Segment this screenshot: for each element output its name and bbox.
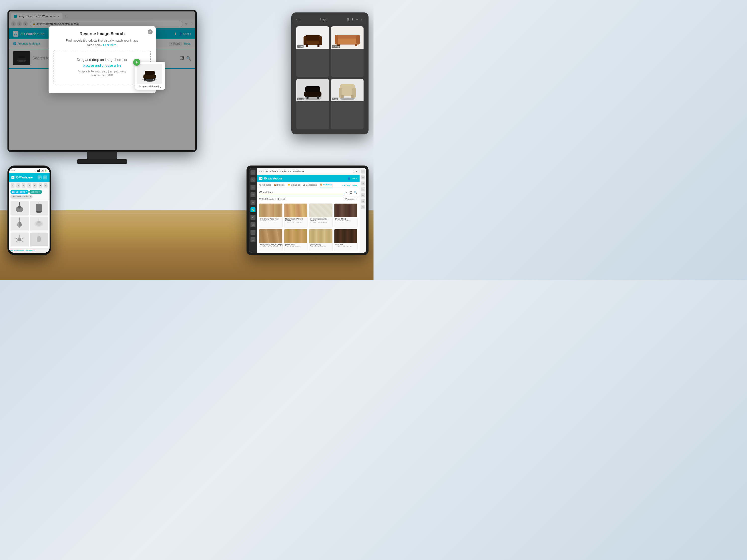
panel-share-btn[interactable]: ⬆ bbox=[351, 18, 354, 21]
phone-card-img-5 bbox=[11, 233, 29, 246]
material-card-1[interactable]: Oak Cherry Wood Floor □ 125 KB · 541 × 5… bbox=[259, 203, 283, 228]
rt-settings-icon[interactable]: ⚙ bbox=[361, 199, 365, 203]
sort-chevron[interactable]: ▾ bbox=[356, 198, 358, 201]
sidebar-info-icon[interactable]: ⓘ bbox=[251, 237, 256, 242]
svg-rect-15 bbox=[319, 36, 322, 45]
panel-item-4[interactable]: 4.jpg bbox=[331, 79, 364, 129]
tablet-close-btn[interactable]: ✕ bbox=[356, 170, 358, 173]
material-name-1: Oak Cherry Wood Floor bbox=[260, 218, 281, 220]
phone-card-4[interactable]: Ceiling lamp □ 1.4 MB👁 1,889 🔒 creations bbox=[30, 216, 48, 231]
modal-close-btn[interactable]: ✕ bbox=[148, 29, 153, 34]
chip-polys[interactable]: 10K - 50K ✕ bbox=[29, 190, 42, 194]
phone-tool-1[interactable]: ○ bbox=[11, 183, 15, 188]
phone-tool-4[interactable]: ▲ bbox=[27, 183, 31, 188]
phone-settings-btn[interactable]: ⚙ bbox=[43, 176, 47, 180]
sidebar-home-icon[interactable]: ⌂ bbox=[251, 170, 256, 175]
panel-item-1[interactable]: 1.jpg bbox=[296, 26, 329, 77]
panel-grid-btn[interactable]: ⊞ bbox=[347, 18, 349, 21]
rt-info-icon[interactable]: ⓘ bbox=[361, 205, 365, 209]
sidebar-measure-icon[interactable]: 📏 bbox=[251, 207, 256, 212]
tab-collections[interactable]: 🗂Collections bbox=[303, 184, 317, 187]
phone-time: 2:14 bbox=[11, 169, 16, 172]
panel-image-grid: 1.jpg 2.webp bbox=[294, 24, 366, 132]
material-card-4[interactable]: [Wood_Floor] □ 66 KB · 256 × 286 px bbox=[334, 203, 358, 228]
phone-tool-3[interactable]: ⬇ bbox=[22, 183, 25, 188]
svg-rect-11 bbox=[146, 79, 153, 81]
phone-url-bar: bdc.3dwarehouse.sketchup.com bbox=[9, 248, 50, 252]
panel-more-btn[interactable]: ≫ bbox=[360, 18, 364, 21]
tablet-reset-btn[interactable]: Reset bbox=[352, 184, 358, 187]
panel-forward-btn[interactable]: › bbox=[299, 18, 300, 21]
sidebar-orbit-icon[interactable]: ○ bbox=[251, 185, 256, 190]
tablet-back-btn[interactable]: ‹ bbox=[259, 170, 260, 173]
phone-list-btn[interactable]: ≡ bbox=[44, 183, 48, 188]
material-info-2: Maple Toasted Almond Wood F... □ 143 KB … bbox=[284, 217, 308, 224]
file-card: + bbox=[135, 62, 165, 89]
pendant-lamp-img bbox=[14, 202, 25, 214]
phone-tool-5[interactable]: ⊕ bbox=[33, 183, 36, 188]
tablet-logo: 3D 3D Warehouse bbox=[259, 177, 282, 180]
tab-products[interactable]: 🛍Products bbox=[259, 184, 271, 187]
sidebar-zoom-icon[interactable]: ⊕ bbox=[251, 200, 256, 205]
browse-link[interactable]: browse and choose a file bbox=[83, 63, 122, 68]
chip-size-close[interactable]: ✕ bbox=[26, 191, 27, 193]
sidebar-pan-icon[interactable]: ✥ bbox=[251, 192, 256, 197]
material-card-2[interactable]: Maple Toasted Almond Wood F... □ 143 KB … bbox=[284, 203, 308, 228]
rt-grid-icon[interactable]: ⊞ bbox=[361, 176, 365, 180]
sort-icon: ↓ bbox=[343, 198, 344, 201]
tablet-forward-btn[interactable]: › bbox=[261, 170, 262, 173]
phone-card-1[interactable]: Modern pendant lamp □ 388 KB👁 6,401 ∞ mo… bbox=[10, 201, 29, 216]
material-card-5[interactable]: PDM_Wood_floor_45_angle_Oak □ 3.0 MB · 3… bbox=[259, 229, 283, 251]
material-card-6[interactable]: [Wood Floor] □ 66 KB · 256 × 286 px bbox=[284, 229, 308, 251]
chip-date[interactable]: Date Created: >> 06/2022 ✕ bbox=[10, 195, 33, 198]
svg-line-54 bbox=[21, 240, 23, 242]
material-card-7[interactable]: [Wood_Floor] □ 66 KB · 256 × 286 px bbox=[309, 229, 333, 251]
sidebar-paint-icon[interactable]: 🖌 bbox=[251, 215, 256, 220]
tablet-search-clear-btn[interactable]: ✕ bbox=[345, 191, 348, 194]
phone-logo: 3D 3D Warehouse bbox=[11, 176, 33, 179]
panel-item-3[interactable]: 3.jpg bbox=[296, 79, 329, 129]
material-img-1 bbox=[259, 204, 282, 217]
phone-signal-area: LTE 🔋 bbox=[35, 169, 47, 172]
phone-card-3[interactable]: FACETED PENDANT LAMP □ 1.8 MB👁 20,341 ∞ … bbox=[10, 216, 29, 231]
tablet-search-input[interactable] bbox=[259, 190, 344, 195]
monitor-screen: Image Search - 3D Warehouse ✕ + ‹ › ↻ 🔒 … bbox=[9, 11, 195, 150]
material-card-8[interactable]: wood floor □ 556 KB · 424 × 512 px bbox=[334, 229, 358, 251]
rt-star-icon[interactable]: ★ bbox=[361, 182, 365, 185]
sidebar-cursor-icon[interactable]: ↖ bbox=[251, 178, 256, 182]
sputnik-lamp-img bbox=[14, 233, 25, 246]
phone-card-6[interactable]: Lamp bbox=[30, 233, 48, 247]
chip-size[interactable]: 10.0 MB - 25 MB ✕ bbox=[10, 190, 29, 194]
sidebar-text-icon[interactable]: T bbox=[251, 230, 256, 235]
tablet-user-btn[interactable]: 👤 User ▾ bbox=[347, 177, 358, 180]
tablet-filters-btn[interactable]: ≡ Filters bbox=[342, 184, 350, 187]
panel-item-2[interactable]: 2.webp bbox=[331, 26, 364, 77]
tab-catalogs[interactable]: 📂Catalogs bbox=[288, 184, 300, 187]
svg-rect-20 bbox=[335, 35, 338, 44]
help-link[interactable]: Click here. bbox=[103, 43, 117, 47]
tab-materials[interactable]: 🎨Materials bbox=[320, 183, 332, 187]
rt-home-icon[interactable]: ⌂ bbox=[361, 169, 365, 174]
sidebar-eraser-icon[interactable]: ⌫ bbox=[251, 222, 256, 227]
tablet-search-icon[interactable]: 🔍 bbox=[354, 191, 358, 194]
panel-back-btn[interactable]: ‹ bbox=[296, 18, 297, 21]
tablet-image-search-icon[interactable]: 🖼 bbox=[349, 191, 352, 194]
tablet-filter-area: ≡ Filters Reset bbox=[342, 184, 358, 187]
panel-pencil-btn[interactable]: ✏ bbox=[356, 18, 358, 21]
tablet-url-bar[interactable]: Wood floor - Materials - 3D Warehouse bbox=[263, 170, 354, 173]
phone-card-img-3 bbox=[11, 217, 29, 231]
chip-date-close[interactable]: ✕ bbox=[30, 196, 31, 197]
rt-download-icon[interactable]: ⬇ bbox=[361, 187, 365, 191]
chip-polys-close[interactable]: ✕ bbox=[39, 191, 41, 193]
phone-search-btn[interactable]: 🔍 bbox=[37, 176, 42, 180]
drop-zone[interactable]: Drag and drop an image here, or browse a… bbox=[54, 50, 151, 85]
phone-tool-6[interactable]: ★ bbox=[38, 183, 42, 188]
svg-rect-14 bbox=[304, 36, 307, 45]
rt-eye-icon[interactable]: 👁 bbox=[361, 193, 365, 197]
phone-tool-2[interactable]: A bbox=[17, 183, 20, 188]
phone-card-2[interactable]: Industrial lamp □ 188 KB👁 1,110 🔒 creati… bbox=[30, 201, 48, 216]
tab-models[interactable]: 📦Models bbox=[274, 184, 285, 187]
material-card-3[interactable]: 14_Herringbone white wood fl... □ 1.3 MB… bbox=[309, 203, 333, 228]
svg-rect-16 bbox=[306, 44, 308, 47]
phone-card-5[interactable]: Sputnik lamp ∞ models bbox=[10, 233, 29, 247]
